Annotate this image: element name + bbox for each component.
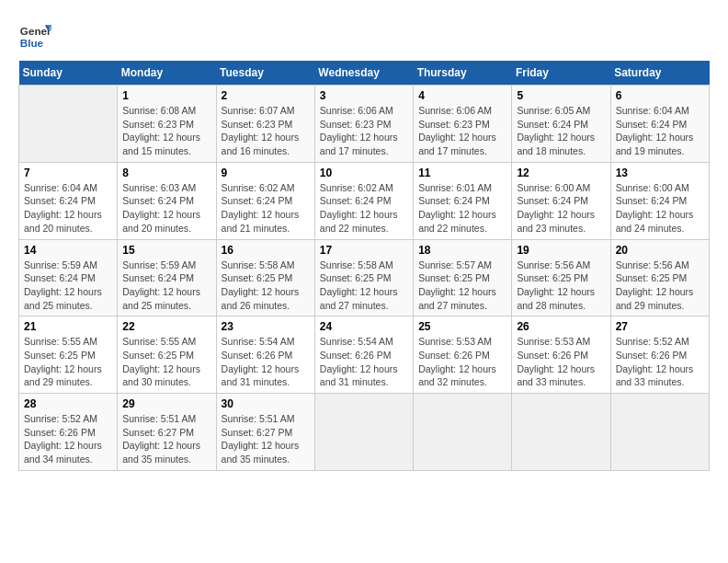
calendar-cell: 8Sunrise: 6:03 AM Sunset: 6:24 PM Daylig… [118,162,216,239]
calendar-cell: 4Sunrise: 6:06 AM Sunset: 6:23 PM Daylig… [414,86,512,163]
header-row: SundayMondayTuesdayWednesdayThursdayFrid… [19,61,710,86]
day-info: Sunrise: 5:51 AM Sunset: 6:27 PM Dayligh… [122,412,210,466]
day-info: Sunrise: 6:01 AM Sunset: 6:24 PM Dayligh… [418,181,506,236]
day-number: 24 [320,320,408,333]
day-info: Sunrise: 5:56 AM Sunset: 6:25 PM Dayligh… [517,259,605,313]
header-cell-sunday: Sunday [19,61,118,86]
day-number: 23 [222,320,310,333]
day-info: Sunrise: 6:00 AM Sunset: 6:24 PM Dayligh… [616,181,704,236]
day-number: 3 [320,89,408,102]
calendar-cell: 30Sunrise: 5:51 AM Sunset: 6:27 PM Dayli… [216,394,314,471]
day-number: 12 [517,167,605,179]
calendar-cell: 2Sunrise: 6:07 AM Sunset: 6:23 PM Daylig… [216,86,314,163]
day-info: Sunrise: 6:02 AM Sunset: 6:24 PM Dayligh… [222,181,310,236]
header-cell-thursday: Thursday [414,61,512,86]
calendar-week-1: 1Sunrise: 6:08 AM Sunset: 6:23 PM Daylig… [19,86,710,163]
logo-icon: General Blue [18,18,51,52]
day-number: 6 [616,89,704,102]
day-number: 17 [320,244,408,257]
calendar-header: SundayMondayTuesdayWednesdayThursdayFrid… [19,61,710,86]
calendar-cell: 10Sunrise: 6:02 AM Sunset: 6:24 PM Dayli… [314,162,413,239]
calendar-cell: 9Sunrise: 6:02 AM Sunset: 6:24 PM Daylig… [216,162,314,239]
calendar-week-4: 21Sunrise: 5:55 AM Sunset: 6:25 PM Dayli… [19,316,710,394]
day-number: 4 [418,89,506,102]
calendar-cell: 17Sunrise: 5:58 AM Sunset: 6:25 PM Dayli… [314,239,413,316]
day-info: Sunrise: 5:58 AM Sunset: 6:25 PM Dayligh… [320,259,408,313]
day-number: 30 [222,397,310,410]
day-number: 27 [616,320,704,333]
day-info: Sunrise: 6:06 AM Sunset: 6:23 PM Dayligh… [320,104,408,158]
calendar-table: SundayMondayTuesdayWednesdayThursdayFrid… [18,61,710,471]
calendar-cell: 6Sunrise: 6:04 AM Sunset: 6:24 PM Daylig… [610,86,709,163]
calendar-cell: 13Sunrise: 6:00 AM Sunset: 6:24 PM Dayli… [610,162,709,239]
calendar-cell: 7Sunrise: 6:04 AM Sunset: 6:24 PM Daylig… [19,162,118,239]
header-cell-saturday: Saturday [610,61,709,86]
calendar-week-3: 14Sunrise: 5:59 AM Sunset: 6:24 PM Dayli… [19,239,710,316]
day-number: 15 [122,244,210,257]
calendar-cell: 11Sunrise: 6:01 AM Sunset: 6:24 PM Dayli… [414,162,512,239]
day-info: Sunrise: 5:56 AM Sunset: 6:25 PM Dayligh… [616,259,704,313]
day-number: 19 [517,244,605,257]
calendar-body: 1Sunrise: 6:08 AM Sunset: 6:23 PM Daylig… [19,86,710,471]
day-number: 14 [24,244,112,257]
day-number: 10 [320,167,408,179]
calendar-cell: 12Sunrise: 6:00 AM Sunset: 6:24 PM Dayli… [512,162,610,239]
calendar-cell: 26Sunrise: 5:53 AM Sunset: 6:26 PM Dayli… [512,316,610,394]
header-cell-tuesday: Tuesday [216,61,314,86]
calendar-cell: 23Sunrise: 5:54 AM Sunset: 6:26 PM Dayli… [216,316,314,394]
day-number: 21 [24,320,112,333]
calendar-cell: 22Sunrise: 5:55 AM Sunset: 6:25 PM Dayli… [118,316,216,394]
day-number: 20 [616,244,704,257]
day-number: 28 [24,397,112,410]
calendar-cell [414,394,512,471]
day-info: Sunrise: 5:59 AM Sunset: 6:24 PM Dayligh… [122,259,210,313]
day-info: Sunrise: 6:07 AM Sunset: 6:23 PM Dayligh… [222,104,310,158]
calendar-cell: 15Sunrise: 5:59 AM Sunset: 6:24 PM Dayli… [118,239,216,316]
calendar-cell: 19Sunrise: 5:56 AM Sunset: 6:25 PM Dayli… [512,239,610,316]
svg-text:Blue: Blue [20,37,44,49]
calendar-cell: 25Sunrise: 5:53 AM Sunset: 6:26 PM Dayli… [414,316,512,394]
calendar-cell: 24Sunrise: 5:54 AM Sunset: 6:26 PM Dayli… [314,316,413,394]
day-info: Sunrise: 6:04 AM Sunset: 6:24 PM Dayligh… [24,181,112,236]
day-info: Sunrise: 6:08 AM Sunset: 6:23 PM Dayligh… [122,104,210,158]
day-number: 22 [122,320,210,333]
calendar-cell: 28Sunrise: 5:52 AM Sunset: 6:26 PM Dayli… [19,394,118,471]
day-number: 1 [122,89,210,102]
day-info: Sunrise: 6:05 AM Sunset: 6:24 PM Dayligh… [517,104,605,158]
day-number: 2 [222,89,310,102]
calendar-cell: 16Sunrise: 5:58 AM Sunset: 6:25 PM Dayli… [216,239,314,316]
day-number: 5 [517,89,605,102]
calendar-week-2: 7Sunrise: 6:04 AM Sunset: 6:24 PM Daylig… [19,162,710,239]
day-number: 25 [418,320,506,333]
day-info: Sunrise: 5:57 AM Sunset: 6:25 PM Dayligh… [418,259,506,313]
calendar-cell: 27Sunrise: 5:52 AM Sunset: 6:26 PM Dayli… [610,316,709,394]
calendar-cell: 29Sunrise: 5:51 AM Sunset: 6:27 PM Dayli… [118,394,216,471]
calendar-cell: 3Sunrise: 6:06 AM Sunset: 6:23 PM Daylig… [314,86,413,163]
calendar-cell [610,394,709,471]
calendar-cell: 18Sunrise: 5:57 AM Sunset: 6:25 PM Dayli… [414,239,512,316]
day-info: Sunrise: 6:00 AM Sunset: 6:24 PM Dayligh… [517,181,605,236]
day-number: 7 [24,167,112,179]
day-number: 26 [517,320,605,333]
day-info: Sunrise: 6:02 AM Sunset: 6:24 PM Dayligh… [320,181,408,236]
day-info: Sunrise: 5:54 AM Sunset: 6:26 PM Dayligh… [320,335,408,389]
calendar-cell [19,86,118,163]
day-info: Sunrise: 5:53 AM Sunset: 6:26 PM Dayligh… [517,335,605,389]
calendar-cell [314,394,413,471]
calendar-cell: 21Sunrise: 5:55 AM Sunset: 6:25 PM Dayli… [19,316,118,394]
calendar-cell: 14Sunrise: 5:59 AM Sunset: 6:24 PM Dayli… [19,239,118,316]
calendar-cell: 1Sunrise: 6:08 AM Sunset: 6:23 PM Daylig… [118,86,216,163]
day-number: 16 [222,244,310,257]
day-info: Sunrise: 5:54 AM Sunset: 6:26 PM Dayligh… [222,335,310,389]
day-info: Sunrise: 6:03 AM Sunset: 6:24 PM Dayligh… [122,181,210,236]
page-header: General Blue [18,18,710,52]
day-number: 9 [222,167,310,179]
day-number: 11 [418,167,506,179]
calendar-cell: 20Sunrise: 5:56 AM Sunset: 6:25 PM Dayli… [610,239,709,316]
calendar-cell: 5Sunrise: 6:05 AM Sunset: 6:24 PM Daylig… [512,86,610,163]
day-info: Sunrise: 5:58 AM Sunset: 6:25 PM Dayligh… [222,259,310,313]
day-info: Sunrise: 5:52 AM Sunset: 6:26 PM Dayligh… [24,412,112,466]
logo: General Blue [18,18,55,52]
day-info: Sunrise: 5:52 AM Sunset: 6:26 PM Dayligh… [616,335,704,389]
calendar-cell [512,394,610,471]
